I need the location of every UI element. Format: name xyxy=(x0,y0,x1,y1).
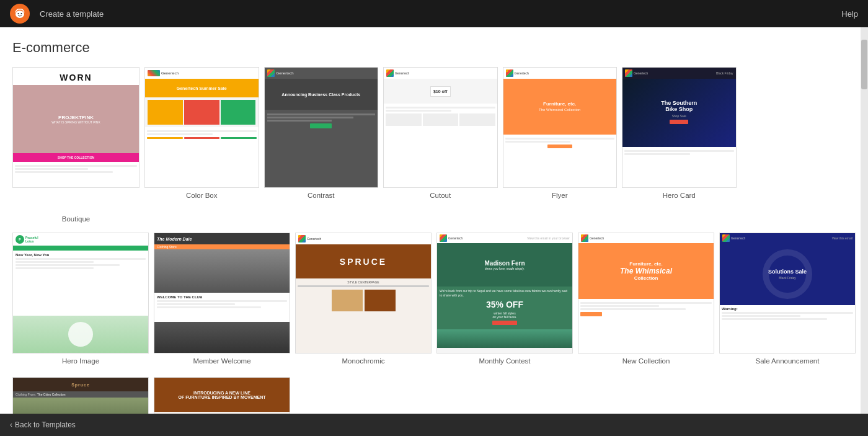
template-thumb-new-collection[interactable]: Genertech Furniture, etc.The WhimsicalCo… xyxy=(578,233,714,354)
template-thumb-hero-card[interactable]: Genertech Black Friday The SouthernBike … xyxy=(622,67,737,188)
template-item-flyer: Genertech Furniture, etc.The Whimsical C… xyxy=(503,67,618,199)
template-item-worn: WORN PROJEKTPINK WHAT IS SPRING WITHOUT … xyxy=(12,67,140,199)
footer: ‹ Back to Templates xyxy=(0,414,868,436)
mailchimp-logo xyxy=(10,4,30,24)
template-thumb-contrast[interactable]: Genertech Announcing Business Class Prod… xyxy=(264,67,379,188)
svg-point-2 xyxy=(21,13,22,14)
svg-point-1 xyxy=(18,13,19,14)
template-thumb-color-box[interactable]: Genertech Genertech Summer Sale xyxy=(144,67,259,188)
template-name-hero-card: Hero Card xyxy=(663,192,696,199)
template-item-new-collection: Genertech Furniture, etc.The WhimsicalCo… xyxy=(578,233,714,365)
template-name-monochromic: Monochromic xyxy=(342,357,384,365)
template-name-hero-image: Hero Image xyxy=(62,357,99,365)
template-name-monthly-contest: Monthly Contest xyxy=(479,357,530,365)
scrollbar[interactable] xyxy=(861,27,868,436)
help-link[interactable]: Help xyxy=(841,9,858,19)
template-item-cutout: Genertech $10 off Cutout xyxy=(383,67,498,199)
template-name-member-welcome: Member Welcome xyxy=(193,357,250,365)
back-to-templates-button[interactable]: ‹ Back to Templates xyxy=(10,420,76,429)
chevron-left-icon: ‹ xyxy=(10,420,12,429)
template-name-boutique: Boutique xyxy=(12,215,140,223)
template-name-cutout: Cutout xyxy=(430,192,451,199)
template-thumb-member-welcome[interactable]: The Modern Dale Clothing Store WELCOME T… xyxy=(154,233,290,354)
template-item-sale-announcement: Genertech View this email Solutions Sale… xyxy=(719,233,856,365)
back-label: Back to Templates xyxy=(15,420,76,429)
template-item-color-box: Genertech Genertech Summer Sale xyxy=(144,67,259,199)
svg-point-0 xyxy=(16,11,24,18)
main-content: E-commerce WORN PROJEKTPINK WHAT IS SPRI… xyxy=(0,27,868,436)
template-item-monthly-contest: Genertech View this email in your browse… xyxy=(436,233,573,365)
template-thumb-hero-image[interactable]: P PeacefulLotus New Year, New You xyxy=(12,233,149,354)
template-thumb-worn[interactable]: WORN PROJEKTPINK WHAT IS SPRING WITHOUT … xyxy=(12,67,140,188)
template-name-sale-announcement: Sale Announcement xyxy=(756,357,820,365)
template-name-color-box: Color Box xyxy=(186,192,218,199)
page-title: E-commerce xyxy=(12,40,856,56)
template-name-flyer: Flyer xyxy=(552,192,568,199)
header-title: Create a template xyxy=(40,9,104,19)
header: Create a template Help xyxy=(0,0,868,27)
template-item-hero-card: Genertech Black Friday The SouthernBike … xyxy=(622,67,737,199)
template-name-contrast: Contrast xyxy=(308,192,334,199)
template-item-contrast: Genertech Announcing Business Class Prod… xyxy=(264,67,379,199)
template-thumb-cutout[interactable]: Genertech $10 off xyxy=(383,67,498,188)
template-thumb-monochromic[interactable]: Genertech SPRUCE STYLE CENTERPAGE xyxy=(295,233,432,354)
template-thumb-flyer[interactable]: Genertech Furniture, etc.The Whimsical C… xyxy=(503,67,618,188)
scrollbar-thumb[interactable] xyxy=(861,40,867,89)
template-name-new-collection: New Collection xyxy=(622,357,670,365)
template-thumb-sale-announcement[interactable]: Genertech View this email Solutions Sale… xyxy=(719,233,856,354)
template-item-hero-image: P PeacefulLotus New Year, New You Hero I… xyxy=(12,233,149,365)
template-item-member-welcome: The Modern Dale Clothing Store WELCOME T… xyxy=(154,233,290,365)
template-thumb-monthly-contest[interactable]: Genertech View this email in your browse… xyxy=(436,233,573,354)
template-item-monochromic: Genertech SPRUCE STYLE CENTERPAGE xyxy=(295,233,432,365)
